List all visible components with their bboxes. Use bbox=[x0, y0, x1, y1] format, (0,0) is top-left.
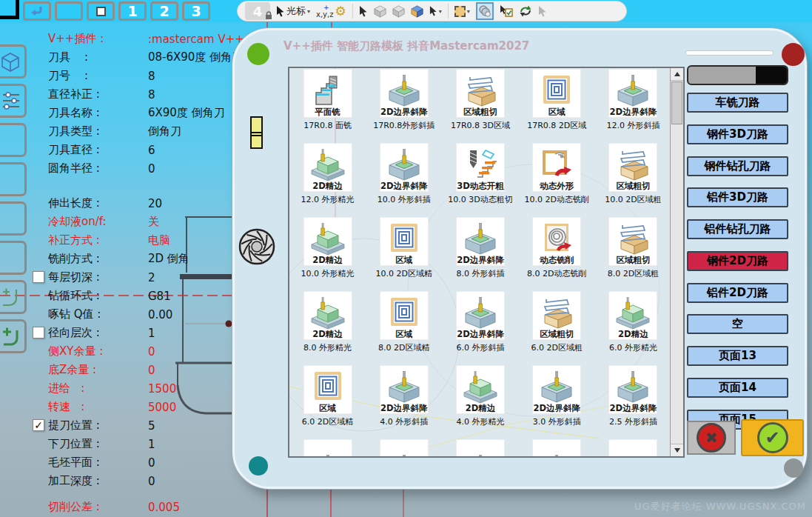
cancel-button[interactable]: ✖ bbox=[687, 421, 736, 455]
selection-box-dropdown[interactable]: ▾ bbox=[454, 6, 470, 17]
toolpath-icon[interactable]: 区域 bbox=[380, 292, 428, 339]
param-value[interactable]: 8 bbox=[148, 88, 155, 101]
teal-indicator[interactable] bbox=[249, 456, 268, 476]
param-row[interactable]: V++插件 ::mastercam V++ bbox=[33, 30, 255, 48]
toolpath-template-cell[interactable]: 2D边界斜降8.0 外形斜插 bbox=[442, 218, 518, 292]
toolpath-template-cell[interactable]: 2D精边6.0 外形精光 bbox=[595, 292, 671, 366]
validate-selection-tool[interactable] bbox=[500, 5, 513, 17]
toolpath-icon[interactable]: 3D动态开粗 bbox=[457, 144, 504, 191]
param-value[interactable]: 0 bbox=[148, 345, 155, 358]
category-button[interactable]: 钢件2D刀路 bbox=[687, 251, 788, 271]
toolpath-template-cell[interactable] bbox=[442, 440, 518, 458]
param-value[interactable]: 1 bbox=[148, 327, 155, 340]
param-value[interactable]: :mastercam V++ bbox=[148, 33, 244, 46]
toolpath-template-cell[interactable] bbox=[519, 440, 595, 458]
toolpath-icon[interactable]: 动态外形 bbox=[533, 144, 580, 191]
param-row[interactable]: 加工深度 :0 bbox=[33, 472, 255, 490]
dynamic-cube-icon[interactable] bbox=[411, 5, 423, 18]
toolpath-icon[interactable]: 2D精边 bbox=[304, 144, 352, 191]
toolpath-icon[interactable]: 2D边界斜降 bbox=[609, 70, 657, 117]
select-cursor-icon[interactable] bbox=[359, 6, 368, 17]
toolpath-template-cell[interactable]: 动态铣削8.0 2D动态铣削 bbox=[519, 218, 595, 292]
toolpath-template-cell[interactable]: 区域10.0 2D区域精 bbox=[366, 218, 442, 292]
toolpath-icon[interactable] bbox=[457, 440, 504, 458]
left-toolbar-blank-button[interactable] bbox=[0, 162, 27, 196]
param-row[interactable]: 进给 :1500 bbox=[33, 379, 255, 398]
toolpath-icon[interactable] bbox=[304, 440, 352, 458]
toolpath-icon[interactable]: 区域 bbox=[304, 366, 352, 413]
toolpath-icon[interactable]: 2D精边 bbox=[609, 292, 657, 339]
param-row[interactable]: 切削公差 :0.005 bbox=[33, 498, 255, 516]
category-button[interactable]: 铝件钻孔刀路 bbox=[687, 219, 788, 239]
param-row[interactable]: 钻循环式 :G81 bbox=[33, 287, 255, 305]
toolpath-icon[interactable]: 2D精边 bbox=[304, 218, 352, 265]
toolpath-template-cell[interactable]: 区域17R0.8 2D区域 bbox=[519, 70, 595, 144]
view-3-button[interactable]: 3 bbox=[182, 1, 210, 21]
toolpath-icon[interactable]: 2D边界斜降 bbox=[380, 366, 428, 413]
toolpath-template-cell[interactable]: 2D边界斜降2.5 外形斜插 bbox=[595, 366, 671, 440]
param-value[interactable]: 6 bbox=[148, 144, 155, 157]
toolpath-icon[interactable]: 区域 bbox=[380, 218, 428, 265]
left-toolbar-blank-button[interactable] bbox=[0, 123, 27, 157]
category-button[interactable]: 空 bbox=[687, 314, 788, 334]
param-value[interactable]: 0.00 bbox=[148, 308, 172, 321]
stock-box-button[interactable] bbox=[87, 1, 115, 21]
toolpath-icon[interactable]: 2D精边 bbox=[304, 292, 352, 339]
toolpath-icon[interactable]: 2D边界斜降 bbox=[457, 292, 504, 339]
param-row[interactable]: 刀号 :8 bbox=[33, 67, 255, 85]
param-value[interactable]: 8 bbox=[148, 70, 155, 83]
category-button[interactable]: 车铣刀路 bbox=[687, 93, 788, 113]
toolpath-icon[interactable]: 2D边界斜降 bbox=[457, 218, 504, 265]
toolpath-template-cell[interactable]: 2D边界斜降6.0 外形斜插 bbox=[442, 292, 518, 366]
toolpath-template-cell[interactable]: 区域8.0 2D区域精 bbox=[366, 292, 442, 366]
param-row[interactable]: 每层切深 :2 bbox=[33, 268, 255, 287]
category-button[interactable]: 页面13 bbox=[687, 346, 788, 366]
toolpath-icon[interactable]: 2D边界斜降 bbox=[609, 366, 657, 413]
category-button[interactable]: 钢件3D刀路 bbox=[687, 124, 788, 144]
toolpath-icon[interactable]: 2D边界斜降 bbox=[533, 366, 580, 413]
param-value[interactable]: 5000 bbox=[148, 401, 176, 414]
param-row[interactable]: 底Z余量 :0 bbox=[33, 361, 255, 379]
left-toolbar-blank-button[interactable] bbox=[0, 201, 27, 236]
toolpath-template-cell[interactable]: 2D精边4.0 外形精光 bbox=[442, 366, 518, 440]
param-checkbox[interactable] bbox=[33, 327, 44, 338]
xyz-entry-tool[interactable]: + x,y,z ⚙ bbox=[316, 4, 346, 19]
param-row[interactable]: 补正方式 :电脑 bbox=[33, 231, 255, 250]
category-button[interactable]: 铝件3D刀路 bbox=[687, 187, 788, 207]
param-row[interactable]: 圆角半径 :0 bbox=[33, 159, 255, 178]
toolpath-icon[interactable]: 区域粗切 bbox=[609, 218, 657, 265]
toolpath-template-cell[interactable]: 2D边界斜降4.0 外形斜插 bbox=[366, 366, 442, 440]
toolpath-icon[interactable] bbox=[380, 440, 428, 458]
category-button[interactable]: 铝件2D刀路 bbox=[687, 283, 788, 303]
param-value[interactable]: 电脑 bbox=[148, 233, 170, 247]
toolpath-icon[interactable]: 区域粗切 bbox=[609, 144, 657, 191]
param-value[interactable]: 5 bbox=[148, 419, 155, 433]
toolpath-template-cell[interactable]: 2D精边12.0 外形精光 bbox=[289, 144, 366, 218]
toolpath-template-cell[interactable]: 3D动态开粗10.0 3D动态粗切 bbox=[442, 144, 518, 218]
toolpath-template-cell[interactable]: 2D边界斜降17R0.8外形斜插 bbox=[366, 70, 442, 144]
toolpath-template-cell[interactable]: 区域粗切10.0 2D区域粗 bbox=[595, 144, 671, 218]
param-checkbox[interactable]: ✓ bbox=[33, 419, 44, 431]
param-value[interactable]: 1500 bbox=[148, 382, 176, 396]
toolpath-icon[interactable]: 2D边界斜降 bbox=[380, 70, 428, 117]
gear-icon[interactable]: ⚙ bbox=[335, 5, 346, 18]
param-value[interactable]: 关 bbox=[148, 215, 159, 229]
toolpath-icon[interactable] bbox=[533, 440, 580, 458]
left-toolbar-filters-button[interactable] bbox=[0, 84, 27, 118]
toolpath-template-cell[interactable]: 2D边界斜降12.0 外形斜插 bbox=[595, 70, 671, 144]
ok-button[interactable]: ✔ bbox=[741, 419, 804, 456]
param-row[interactable]: 转速 :5000 bbox=[33, 398, 255, 416]
toolpath-template-cell[interactable]: 2D边界斜降3.0 外形斜插 bbox=[519, 366, 595, 440]
toolpath-icon[interactable]: 区域 bbox=[533, 70, 580, 117]
toolpath-icon[interactable]: 动态铣削 bbox=[533, 218, 580, 265]
left-toolbar-addplus-button[interactable] bbox=[0, 319, 27, 353]
toolpath-template-cell[interactable]: 2D精边10.0 外形精光 bbox=[289, 218, 366, 292]
scroll-up-arrow[interactable] bbox=[671, 68, 684, 81]
toolpath-icon[interactable]: 区域粗切 bbox=[533, 292, 580, 339]
toolpath-template-cell[interactable]: 区域粗切8.0 2D区域粗 bbox=[595, 218, 671, 292]
view-1-button[interactable]: 1 bbox=[118, 1, 147, 21]
param-value[interactable]: 倒角刀 bbox=[148, 124, 181, 139]
scroll-thumb[interactable] bbox=[671, 81, 682, 124]
param-value[interactable]: 6X90度 倒角刀 bbox=[148, 106, 225, 120]
view-2-button[interactable]: 2 bbox=[150, 1, 178, 21]
